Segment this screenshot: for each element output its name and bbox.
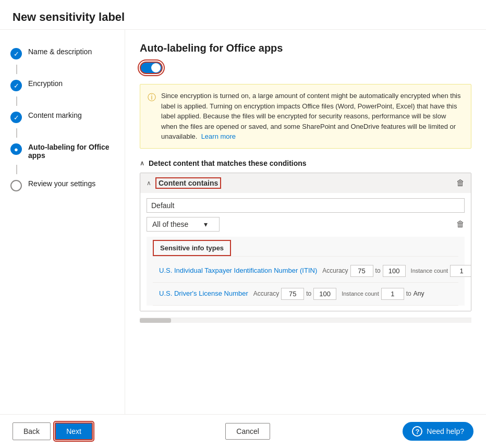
- sidebar-item-auto-labeling[interactable]: ● Auto-labeling for Office apps: [0, 138, 125, 165]
- warning-text: Since encryption is turned on, a large a…: [161, 91, 464, 142]
- step-connector-3: [16, 128, 17, 138]
- accuracy-label-1: Accuracy: [253, 290, 279, 297]
- footer-right: ? Need help?: [403, 422, 473, 441]
- step-icon-name-description: ✓: [10, 48, 22, 59]
- sidebar: ✓ Name & description ✓ Encryption ✓ Cont…: [0, 30, 125, 414]
- info-icon: ⓘ: [148, 91, 156, 142]
- instance-to-value-1: Any: [414, 290, 424, 297]
- default-input[interactable]: [147, 198, 465, 213]
- need-help-button[interactable]: ? Need help?: [403, 422, 473, 441]
- chevron-up-icon: ∧: [140, 160, 144, 167]
- content-contains-body: All of these ▾ 🗑 Sensitive info types: [140, 193, 471, 311]
- learn-more-link[interactable]: Learn more: [201, 132, 236, 140]
- detect-section: ∧ Detect content that matches these cond…: [140, 159, 471, 311]
- auto-labeling-toggle[interactable]: [140, 62, 163, 74]
- dialog-footer: Back Next Cancel ? Need help?: [0, 414, 486, 448]
- step-icon-content-marking: ✓: [10, 112, 22, 123]
- need-help-label: Need help?: [427, 427, 464, 435]
- step-icon-auto-labeling: ●: [10, 143, 22, 155]
- accuracy-to-label-0: to: [375, 267, 381, 274]
- accuracy-to-label-1: to: [306, 290, 311, 297]
- accuracy-from-1[interactable]: [281, 288, 304, 300]
- sidebar-item-encryption[interactable]: ✓ Encryption: [0, 74, 125, 96]
- info-name-1[interactable]: U.S. Driver's License Number: [159, 289, 248, 298]
- sidebar-item-content-marking[interactable]: ✓ Content marking: [0, 106, 125, 128]
- step-connector-2: [16, 96, 17, 106]
- instance-to-label-1: to: [406, 290, 411, 297]
- sidebar-label-review-settings: Review your settings: [28, 179, 95, 188]
- instance-section-1: Instance count to Any: [342, 288, 424, 300]
- sidebar-item-review-settings[interactable]: Review your settings: [0, 174, 125, 197]
- accuracy-to-1[interactable]: [313, 288, 336, 300]
- footer-left-buttons: Back Next: [13, 422, 93, 440]
- info-name-0[interactable]: U.S. Individual Taxpayer Identification …: [159, 266, 317, 275]
- accuracy-section-0: Accuracy to: [322, 265, 405, 277]
- sidebar-label-auto-labeling: Auto-labeling for Office apps: [28, 143, 114, 160]
- all-of-these-row: All of these ▾ 🗑: [147, 217, 465, 232]
- new-sensitivity-label-dialog: New sensitivity label ✓ Name & descripti…: [0, 0, 486, 448]
- sidebar-item-name-description[interactable]: ✓ Name & description: [0, 42, 125, 65]
- all-of-these-dropdown[interactable]: All of these ▾: [147, 217, 220, 232]
- footer-center: Cancel: [225, 423, 270, 440]
- toggle-track: [140, 62, 163, 74]
- section-title: Auto-labeling for Office apps: [140, 42, 471, 54]
- info-row-0: U.S. Individual Taxpayer Identification …: [153, 260, 458, 283]
- all-of-these-label: All of these: [152, 220, 188, 228]
- cancel-button[interactable]: Cancel: [225, 423, 270, 440]
- toggle-thumb: [151, 63, 161, 72]
- instance-label-1: Instance count: [342, 290, 379, 297]
- detect-label: Detect content that matches these condit…: [149, 159, 307, 167]
- sensitive-info-header: Sensitive info types: [153, 240, 458, 256]
- info-row-1: U.S. Driver's License Number Accuracy to: [153, 283, 458, 306]
- help-circle-icon: ?: [412, 426, 422, 437]
- instance-label-0: Instance count: [411, 267, 448, 274]
- back-button[interactable]: Back: [13, 422, 51, 440]
- sidebar-label-content-marking: Content marking: [28, 111, 82, 119]
- dropdown-chevron-icon: ▾: [204, 220, 208, 228]
- accuracy-to-0[interactable]: [383, 265, 406, 277]
- detect-header[interactable]: ∧ Detect content that matches these cond…: [140, 159, 471, 167]
- content-contains-chevron-icon[interactable]: ∧: [147, 179, 151, 187]
- instance-count-0[interactable]: [450, 265, 471, 277]
- sidebar-label-encryption: Encryption: [28, 79, 63, 88]
- horizontal-scrollbar[interactable]: [140, 318, 471, 323]
- content-contains-title: Content contains: [155, 177, 221, 189]
- next-button[interactable]: Next: [55, 422, 93, 440]
- accuracy-section-1: Accuracy to: [253, 288, 336, 300]
- sensitive-info-section: U.S. Individual Taxpayer Identification …: [153, 256, 458, 306]
- accuracy-label-0: Accuracy: [322, 267, 348, 274]
- content-contains-box: ∧ Content contains 🗑 All of these ▾: [140, 173, 471, 311]
- content-contains-delete-icon[interactable]: 🗑: [456, 178, 465, 188]
- instance-section-0: Instance count to A: [411, 265, 471, 277]
- step-connector-4: [16, 165, 17, 174]
- dialog-body: ✓ Name & description ✓ Encryption ✓ Cont…: [0, 30, 486, 414]
- step-connector-1: [16, 65, 17, 74]
- accuracy-from-0[interactable]: [350, 265, 373, 277]
- all-of-these-delete-icon[interactable]: 🗑: [456, 220, 465, 229]
- step-icon-review-settings: [10, 180, 22, 191]
- main-content: Auto-labeling for Office apps ⓘ Since en…: [125, 30, 486, 414]
- dialog-title: New sensitivity label: [0, 0, 486, 30]
- step-icon-encryption: ✓: [10, 80, 22, 91]
- instance-count-1[interactable]: [381, 288, 404, 300]
- warning-box: ⓘ Since encryption is turned on, a large…: [140, 84, 471, 149]
- scroll-thumb[interactable]: [140, 318, 171, 323]
- sidebar-label-name-description: Name & description: [28, 47, 92, 56]
- toggle-container: [140, 62, 471, 76]
- sensitive-info-wrapper: Sensitive info types U.S. Individual Tax…: [147, 237, 465, 306]
- content-contains-header: ∧ Content contains 🗑: [140, 173, 471, 193]
- sensitive-info-title: Sensitive info types: [153, 240, 231, 256]
